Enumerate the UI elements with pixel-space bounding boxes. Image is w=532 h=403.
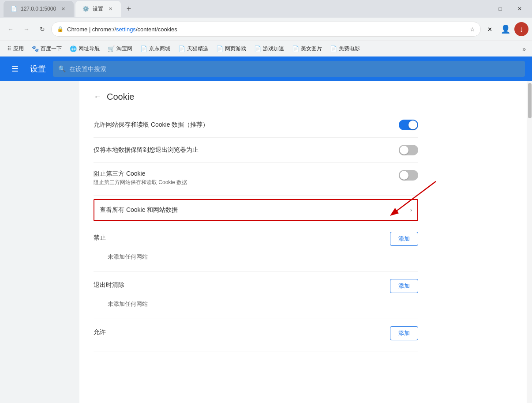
jd-icon: 📄 <box>140 45 147 52</box>
block-section: 禁止 添加 未添加任何网站 <box>94 225 418 272</box>
lock-icon: 🔒 <box>57 26 64 32</box>
tab-favicon: 📄 <box>11 6 17 12</box>
scrollbar[interactable] <box>527 81 532 403</box>
content-inner: ← Cookie 允许网站保存和读取 Cookie 数据（推荐） 仅将本地数据保… <box>79 81 432 362</box>
bookmark-jd[interactable]: 📄 京东商城 <box>137 43 174 54</box>
photos-icon: 📄 <box>292 45 299 52</box>
bookmark-webgames-label: 网页游戏 <box>225 45 246 53</box>
back-button[interactable]: ← <box>94 92 101 102</box>
bookmarks-bar: ⠿ 应用 🐾 百度一下 🌐 网址导航 🛒 淘宝网 📄 京东商城 📄 天猫精选 📄… <box>0 41 532 56</box>
bookmark-taobao[interactable]: 🛒 淘宝网 <box>104 43 136 54</box>
view-all-cookies-row[interactable]: 查看所有 Cookie 和网站数据 › <box>94 199 418 221</box>
clear-on-exit-title: 退出时清除 <box>94 281 124 289</box>
block-third-party-toggle[interactable] <box>399 170 418 181</box>
webgames-icon: 📄 <box>216 45 223 52</box>
settings-page: ☰ 设置 🔍 ← Cookie 允许网站保存和读取 Cookie 数据（推荐） <box>0 56 532 403</box>
forward-button[interactable]: → <box>19 22 34 36</box>
bookmark-navigation[interactable]: 🌐 网址导航 <box>66 43 103 54</box>
bookmark-baidu[interactable]: 🐾 百度一下 <box>28 43 65 54</box>
taobao-icon: 🛒 <box>108 45 115 52</box>
block-third-party-sublabel: 阻止第三方网站保存和读取 Cookie 数据 <box>94 179 187 186</box>
close-button[interactable]: ✕ <box>511 2 528 15</box>
search-input[interactable] <box>69 65 520 72</box>
block-third-party-inner: 阻止第三方 Cookie 阻止第三方网站保存和读取 Cookie 数据 <box>94 170 418 186</box>
settings-main: ← Cookie 允许网站保存和读取 Cookie 数据（推荐） 仅将本地数据保… <box>79 81 532 403</box>
search-icon: 🔍 <box>58 65 66 72</box>
apps-icon: ⠿ <box>7 45 11 52</box>
clear-on-exit-header: 退出时清除 添加 <box>94 279 418 293</box>
movies-icon: 📄 <box>330 45 337 52</box>
bookmark-photos[interactable]: 📄 美女图片 <box>288 43 326 54</box>
bookmark-tianmao[interactable]: 📄 天猫精选 <box>175 43 212 54</box>
back-button[interactable]: ← <box>4 22 18 36</box>
page-header: ← Cookie <box>94 92 418 102</box>
allow-add-button[interactable]: 添加 <box>390 326 418 340</box>
block-third-party-row: 阻止第三方 Cookie 阻止第三方网站保存和读取 Cookie 数据 <box>94 163 418 196</box>
tabs-container: 📄 127.0.0.1:5000 ✕ ⚙️ 设置 ✕ + <box>4 1 135 17</box>
view-all-cookies-label: 查看所有 Cookie 和网站数据 <box>100 206 178 214</box>
bookmark-navigation-label: 网址导航 <box>79 45 100 53</box>
gameaccel-icon: 📄 <box>254 45 261 52</box>
address-suffix: /content/cookies <box>136 26 177 33</box>
address-bar-row: ← → ↻ 🔒 Chrome | chrome://settings/conte… <box>0 18 532 41</box>
block-add-button[interactable]: 添加 <box>390 232 418 246</box>
new-tab-button[interactable]: + <box>123 3 135 15</box>
clear-on-exit-section: 退出时清除 添加 未添加任何网站 <box>94 272 418 319</box>
settings-header: ☰ 设置 🔍 <box>0 56 532 81</box>
tab-settings-label: 设置 <box>93 5 103 13</box>
address-text: Chrome | chrome://settings/content/cooki… <box>67 26 466 33</box>
tab-settings-close[interactable]: ✕ <box>107 5 114 12</box>
address-bar-actions: ✕ 👤 ↓ <box>483 22 528 36</box>
reload-button[interactable]: ↻ <box>35 22 49 36</box>
address-brand: Chrome <box>67 26 87 33</box>
page-title: Cookie <box>107 92 134 102</box>
hamburger-button[interactable]: ☰ <box>7 61 23 77</box>
allow-cookies-toggle[interactable] <box>399 120 418 130</box>
allow-section-header: 允许 添加 <box>94 326 418 340</box>
local-data-toggle[interactable] <box>399 145 418 155</box>
bookmark-movies[interactable]: 📄 免费电影 <box>326 43 363 54</box>
allow-section: 允许 添加 <box>94 319 418 351</box>
allow-cookies-row: 允许网站保存和读取 Cookie 数据（推荐） <box>94 113 418 138</box>
bookmark-taobao-label: 淘宝网 <box>116 45 132 53</box>
tab-localhost[interactable]: 📄 127.0.0.1:5000 ✕ <box>4 1 74 17</box>
tianmao-icon: 📄 <box>178 45 185 52</box>
clear-on-exit-add-button[interactable]: 添加 <box>390 279 418 293</box>
window-controls: — □ ✕ <box>472 2 528 15</box>
bookmark-gameaccel[interactable]: 📄 游戏加速 <box>251 43 288 54</box>
allow-section-title: 允许 <box>94 328 106 336</box>
local-data-row: 仅将本地数据保留到您退出浏览器为止 <box>94 138 418 163</box>
maximize-button[interactable]: □ <box>491 2 509 15</box>
block-section-title: 禁止 <box>94 234 106 242</box>
bookmark-photos-label: 美女图片 <box>301 45 322 53</box>
bookmark-webgames[interactable]: 📄 网页游戏 <box>213 43 250 54</box>
bookmark-gameaccel-label: 游戏加速 <box>263 45 284 53</box>
minimize-button[interactable]: — <box>472 2 490 15</box>
tab-settings[interactable]: ⚙️ 设置 ✕ <box>75 1 121 17</box>
bookmark-movies-label: 免费电影 <box>339 45 360 53</box>
allow-cookies-label: 允许网站保存和读取 Cookie 数据（推荐） <box>94 121 209 129</box>
bookmark-baidu-label: 百度一下 <box>41 45 62 53</box>
extensions-icon[interactable]: ✕ <box>483 22 497 36</box>
title-bar: 📄 127.0.0.1:5000 ✕ ⚙️ 设置 ✕ + — □ ✕ <box>0 0 532 18</box>
settings-content: ← Cookie 允许网站保存和读取 Cookie 数据（推荐） 仅将本地数据保… <box>0 81 532 403</box>
settings-search[interactable]: 🔍 <box>53 61 525 77</box>
bookmark-star-icon[interactable]: ☆ <box>470 26 475 33</box>
menu-icon[interactable]: ↓ <box>514 22 528 36</box>
settings-title: 设置 <box>30 64 46 74</box>
toggle-knob-block <box>400 171 408 180</box>
profile-icon[interactable]: 👤 <box>498 22 513 36</box>
scrollbar-thumb[interactable] <box>528 83 532 118</box>
bookmark-apps-label: 应用 <box>13 45 24 53</box>
bookmark-apps[interactable]: ⠿ 应用 <box>4 43 27 54</box>
bookmark-jd-label: 京东商城 <box>149 45 170 53</box>
block-third-party-text: 阻止第三方 Cookie 阻止第三方网站保存和读取 Cookie 数据 <box>94 170 187 186</box>
local-data-label: 仅将本地数据保留到您退出浏览器为止 <box>94 146 199 154</box>
bookmarks-more-button[interactable]: » <box>520 44 528 54</box>
bookmark-tianmao-label: 天猫精选 <box>187 45 208 53</box>
address-bar[interactable]: 🔒 Chrome | chrome://settings/content/coo… <box>51 22 481 37</box>
clear-on-exit-empty-text: 未添加任何网站 <box>94 297 418 312</box>
block-empty-text: 未添加任何网站 <box>94 249 418 264</box>
tab-localhost-close[interactable]: ✕ <box>60 5 67 12</box>
settings-sidebar <box>0 81 79 403</box>
